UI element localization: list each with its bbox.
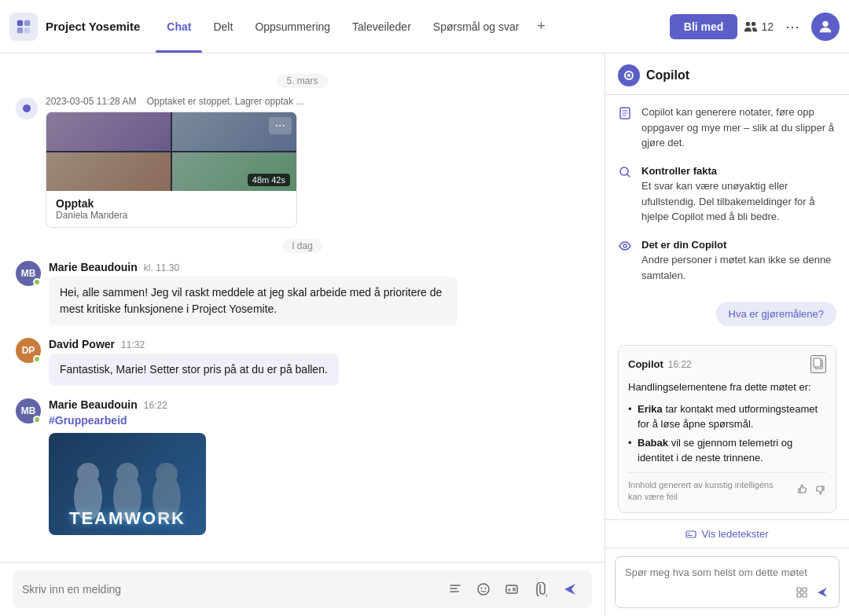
thumbdown-button[interactable] xyxy=(814,483,826,499)
people-count[interactable]: 12 xyxy=(744,20,774,34)
tab-delt[interactable]: Delt xyxy=(202,0,244,53)
copilot-feature-text-private: Det er din Copilot Andre personer i møte… xyxy=(641,237,836,284)
svg-rect-22 xyxy=(814,358,821,367)
svg-point-8 xyxy=(77,463,99,485)
more-options-button[interactable]: ⋯ xyxy=(780,14,805,39)
response-item-1: Erika tar kontakt med utformingsteamet f… xyxy=(628,402,826,432)
svg-point-17 xyxy=(627,74,630,77)
copilot-title: Copilot xyxy=(646,68,689,82)
chat-messages: 5. mars 2023-03-05 11:28 AM Opptaket er … xyxy=(0,53,605,562)
response-item-2: Babak vil se gjennom telemetri og identi… xyxy=(628,435,826,466)
recording-more-button[interactable]: ··· xyxy=(269,117,292,134)
gif-image: TEAMWORK xyxy=(49,433,206,535)
chat-input-row xyxy=(13,570,592,608)
copilot-panel: Copilot Copilot kan generere notater, fø… xyxy=(605,53,849,616)
svg-rect-3 xyxy=(24,27,30,32)
copilot-icon xyxy=(618,64,640,86)
thumbup-button[interactable] xyxy=(796,483,809,499)
response-intro: Handlingselementene fra dette møtet er: xyxy=(628,380,826,395)
suggestion-chip[interactable]: Hva er gjøremålene? xyxy=(716,302,836,326)
msg-content-2: David Power 11:32 Fantastisk, Marie! Set… xyxy=(49,338,589,386)
svg-point-13 xyxy=(478,584,489,595)
recording-title: Opptak xyxy=(56,197,287,210)
copilot-feature-text-facts: Kontroller fakta Et svar kan være unøyak… xyxy=(641,163,836,225)
people-count-number: 12 xyxy=(761,20,774,33)
main-content: 5. mars 2023-03-05 11:28 AM Opptaket er … xyxy=(0,53,849,616)
svg-rect-1 xyxy=(24,20,30,25)
msg-time-1: kl. 11.30 xyxy=(144,262,179,273)
nav-tabs: Chat Delt Oppsummering Taleveileder Spør… xyxy=(156,0,552,53)
gif-button[interactable] xyxy=(501,578,523,600)
copilot-feature-private: Det er din Copilot Andre personer i møte… xyxy=(618,237,836,284)
recording-duration: 48m 42s xyxy=(248,174,290,186)
msg-bubble-1: Hei, alle sammen! Jeg vil raskt meddele … xyxy=(49,277,458,325)
avatar-mb-1: MB xyxy=(16,261,41,286)
svg-point-10 xyxy=(116,463,138,485)
msg-content-3: Marie Beaudouin 16:22 #Gruppearbeid xyxy=(49,398,589,535)
vis-ledetekster-button[interactable]: Vis ledetekster xyxy=(605,519,849,548)
attach-button[interactable] xyxy=(529,578,551,600)
feedback-buttons xyxy=(796,483,826,499)
copilot-response-header: Copilot 16:22 xyxy=(628,355,826,373)
copilot-input-box xyxy=(615,556,840,608)
svg-rect-27 xyxy=(803,593,807,597)
user-avatar-button[interactable] xyxy=(811,13,840,41)
svg-rect-24 xyxy=(797,588,801,592)
recording-meta: 2023-03-05 11:28 AM Opptaket er stoppet.… xyxy=(46,96,589,107)
chat-input[interactable] xyxy=(22,583,438,596)
copilot-suggestion: Hva er gjøremålene? xyxy=(618,295,836,332)
eye-icon xyxy=(618,239,634,255)
svg-rect-2 xyxy=(17,27,23,32)
msg-author-2: David Power xyxy=(49,338,115,350)
format-button[interactable] xyxy=(444,578,466,600)
svg-point-6 xyxy=(23,104,31,112)
svg-rect-26 xyxy=(797,593,801,597)
chat-message-2: DP David Power 11:32 Fantastisk, Marie! … xyxy=(16,338,589,386)
copilot-feature-text-notes: Copilot kan generere notater, føre opp o… xyxy=(641,104,836,151)
svg-rect-16 xyxy=(506,585,517,593)
hashtag-label: #Gruppearbeid xyxy=(49,414,589,427)
msg-author-3: Marie Beaudouin xyxy=(49,398,138,411)
add-tab-button[interactable]: + xyxy=(531,16,553,38)
date-separator-old: 5. mars xyxy=(16,75,589,86)
svg-point-12 xyxy=(156,463,178,485)
copilot-attach-button[interactable] xyxy=(795,585,809,600)
search-magnify-icon xyxy=(618,165,634,181)
copilot-body: Copilot kan generere notater, føre opp o… xyxy=(605,95,849,519)
svg-point-20 xyxy=(623,244,627,248)
avatar-dp: DP xyxy=(16,338,41,363)
recording-content: 2023-03-05 11:28 AM Opptaket er stoppet.… xyxy=(46,96,589,228)
recording-card[interactable]: ··· 48m 42s Opptak Daniela Mandera xyxy=(46,112,297,228)
response-list: Erika tar kontakt med utformingsteamet f… xyxy=(628,402,826,466)
nav-right-actions: Bli med 12 ⋯ xyxy=(670,13,840,41)
bli-med-button[interactable]: Bli med xyxy=(670,14,738,39)
recording-icon xyxy=(16,97,38,119)
send-button[interactable] xyxy=(557,577,583,602)
msg-time-3: 16:22 xyxy=(144,400,167,411)
msg-content-1: Marie Beaudouin kl. 11.30 Hei, alle samm… xyxy=(49,261,589,325)
copy-button[interactable] xyxy=(810,355,826,373)
msg-author-1: Marie Beaudouin xyxy=(49,261,138,273)
response-footer: Innhold generert av kunstig intelligens … xyxy=(628,472,826,504)
copilot-response-meta: Copilot 16:22 xyxy=(628,358,692,370)
recording-thumbnail: ··· 48m 42s xyxy=(46,112,296,191)
tab-chat[interactable]: Chat xyxy=(156,0,202,53)
chat-message-1: MB Marie Beaudouin kl. 11.30 Hei, alle s… xyxy=(16,261,589,325)
notes-icon xyxy=(618,106,634,122)
recording-host: Daniela Mandera xyxy=(56,210,287,221)
copilot-resp-title: Copilot xyxy=(628,358,663,370)
emoji-button[interactable] xyxy=(472,578,494,600)
tab-taleveileder[interactable]: Taleveileder xyxy=(341,0,422,53)
avatar-mb-2: MB xyxy=(16,398,41,424)
chat-input-area xyxy=(0,562,605,616)
svg-point-14 xyxy=(481,588,483,589)
msg-bubble-2: Fantastisk, Marie! Setter stor pris på a… xyxy=(49,354,339,386)
tab-sporsmal[interactable]: Spørsmål og svar xyxy=(422,0,531,53)
date-separator-today: I dag xyxy=(16,240,589,251)
copilot-send-button[interactable] xyxy=(815,585,829,600)
copilot-response-card: Copilot 16:22 Handlingselementene fra de… xyxy=(618,345,836,513)
svg-rect-23 xyxy=(686,531,696,537)
app-logo xyxy=(9,13,38,41)
tab-oppsummering[interactable]: Oppsummering xyxy=(244,0,341,53)
copilot-input[interactable] xyxy=(625,566,829,578)
